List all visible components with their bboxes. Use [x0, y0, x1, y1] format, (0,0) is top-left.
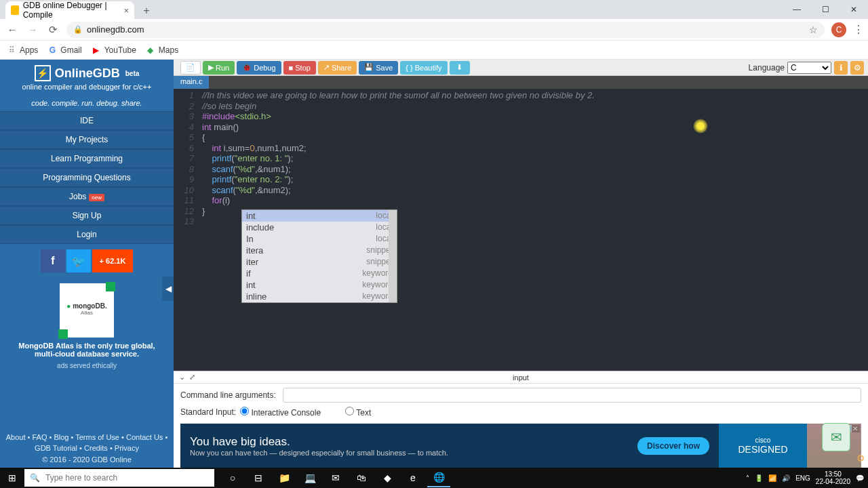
- stdin-interactive-radio[interactable]: Interactive Console: [240, 407, 321, 418]
- profile-avatar[interactable]: C: [831, 22, 846, 37]
- autocomplete-item[interactable]: ifkeyword: [242, 268, 397, 279]
- chrome-icon[interactable]: 🌐: [427, 468, 450, 487]
- language-indicator[interactable]: ENG: [795, 474, 810, 482]
- lock-icon: 🔒: [73, 25, 83, 34]
- ad-close-icon[interactable]: ✕: [850, 425, 860, 432]
- autocomplete-item[interactable]: iterasnippet: [242, 245, 397, 256]
- ad-cta-button[interactable]: Discover how: [637, 437, 709, 455]
- sidebar-item-jobs[interactable]: Jobsnew: [0, 187, 174, 206]
- store-icon[interactable]: 🛍: [350, 468, 373, 487]
- browser-tab-strip: GDB online Debugger | Compile × + — ☐ ✕: [0, 0, 868, 19]
- ad-brand: cisco DESIGNED: [719, 424, 807, 468]
- tray-chevron-icon[interactable]: ˄: [746, 474, 749, 482]
- footer-ad[interactable]: You have big ideas. Now you can have tec…: [180, 424, 861, 468]
- close-window-button[interactable]: ✕: [840, 0, 868, 19]
- save-button[interactable]: 💾 Save: [359, 61, 398, 75]
- autocomplete-item[interactable]: intlocal: [242, 210, 397, 222]
- kebab-menu-icon[interactable]: ⋮: [853, 23, 863, 36]
- sidebar-item-signup[interactable]: Sign Up: [0, 206, 174, 225]
- browser-tab[interactable]: GDB online Debugger | Compile ×: [5, 1, 134, 19]
- explorer-icon[interactable]: 📁: [273, 468, 296, 487]
- volume-icon[interactable]: 🔊: [782, 474, 790, 482]
- sidebar-item-ide[interactable]: IDE: [0, 111, 174, 130]
- back-button[interactable]: ←: [5, 24, 19, 35]
- autocomplete-item[interactable]: includelocal: [242, 222, 397, 233]
- sidebar-item-login[interactable]: Login: [0, 225, 174, 244]
- language-select[interactable]: C: [787, 62, 831, 74]
- sidebar-item-projects[interactable]: My Projects: [0, 130, 174, 149]
- autocomplete-item[interactable]: itersnippet: [242, 256, 397, 268]
- bookmark-youtube[interactable]: ▶YouTube: [92, 45, 136, 55]
- sidebar-item-learn[interactable]: Learn Programming: [0, 149, 174, 168]
- beautify-button[interactable]: { } Beautify: [400, 61, 447, 75]
- favicon-icon: [11, 5, 19, 15]
- language-label: Language: [749, 63, 785, 73]
- notifications-icon[interactable]: 💬: [856, 474, 864, 482]
- toolbar: 📄 ▶ Run 🐞 Debug ■ Stop ↗ Share 💾 Save { …: [174, 60, 868, 76]
- taskbar-search[interactable]: 🔍 Type here to search: [24, 469, 214, 487]
- run-button[interactable]: ▶ Run: [203, 61, 235, 75]
- new-tab-button[interactable]: +: [138, 3, 155, 19]
- edge-icon[interactable]: e: [401, 468, 425, 487]
- expand-icon[interactable]: ⤢: [189, 373, 195, 382]
- autocomplete-item[interactable]: intkeyword: [242, 279, 397, 291]
- start-button[interactable]: ⊞: [0, 472, 24, 483]
- autocomplete-popup[interactable]: intlocal includelocal Inlocal iterasnipp…: [241, 209, 397, 303]
- maximize-button[interactable]: ☐: [811, 0, 840, 19]
- reload-button[interactable]: ⟳: [46, 24, 60, 36]
- apps-button[interactable]: ⠿Apps: [7, 45, 38, 55]
- mail-icon[interactable]: ✉: [324, 468, 347, 487]
- facebook-button[interactable]: f: [41, 249, 65, 272]
- file-tabs: main.c: [174, 76, 868, 89]
- task-view-icon[interactable]: ⊟: [247, 468, 270, 487]
- ad-tagline: MongoDB Atlas is the only true global, m…: [0, 342, 174, 358]
- cortana-icon[interactable]: ○: [221, 468, 244, 487]
- stdin-text-radio[interactable]: Text: [345, 407, 371, 418]
- sidebar-ad[interactable]: ● mongoDB. Atlas: [60, 283, 114, 338]
- new-badge: new: [89, 194, 104, 201]
- logo: ⚡OnlineGDBbeta: [0, 60, 174, 83]
- copyright: © 2016 - 2020 GDB Online: [4, 454, 170, 466]
- bookmark-maps[interactable]: ◆Maps: [146, 45, 178, 55]
- share-count-button[interactable]: + 62.1K: [92, 249, 133, 272]
- code-editor[interactable]: 12345678910111213 //In this video we are…: [174, 89, 868, 371]
- new-file-button[interactable]: 📄: [180, 61, 201, 75]
- clock[interactable]: 13:5022-04-2020: [816, 470, 850, 485]
- debug-button[interactable]: 🐞 Debug: [237, 61, 281, 75]
- bookmarks-bar: ⠿Apps GGmail ▶YouTube ◆Maps: [0, 41, 868, 60]
- close-icon[interactable]: ×: [123, 5, 129, 16]
- autocomplete-item[interactable]: inlinekeyword: [242, 291, 397, 302]
- file-tab-main[interactable]: main.c: [174, 76, 209, 89]
- app-icon[interactable]: 💻: [298, 468, 321, 487]
- app-icon[interactable]: ◆: [376, 468, 399, 487]
- forward-button[interactable]: →: [26, 24, 39, 35]
- sidebar: ⚡OnlineGDBbeta online compiler and debug…: [0, 60, 174, 468]
- minimize-button[interactable]: —: [783, 0, 811, 19]
- line-gutter: 12345678910111213: [174, 89, 199, 371]
- gear-icon[interactable]: ⚙: [856, 453, 865, 464]
- info-button[interactable]: ℹ: [834, 61, 848, 75]
- autocomplete-scrollbar[interactable]: [389, 210, 397, 302]
- collapse-sidebar-button[interactable]: ◀: [162, 277, 174, 301]
- bolt-icon: ⚡: [35, 65, 51, 81]
- battery-icon[interactable]: 🔋: [755, 474, 763, 482]
- stop-button[interactable]: ■ Stop: [283, 61, 316, 75]
- bookmark-gmail[interactable]: GGmail: [47, 45, 81, 55]
- autocomplete-item[interactable]: Inlocal: [242, 233, 397, 245]
- twitter-button[interactable]: 🐦: [66, 249, 91, 272]
- bottom-panel: ⌄ ⤢ input Command line arguments: Standa…: [174, 371, 868, 468]
- sidebar-item-questions[interactable]: Programming Questions: [0, 168, 174, 187]
- wifi-icon[interactable]: 📶: [768, 474, 776, 482]
- ad-headline: You have big ideas.: [190, 435, 637, 449]
- download-button[interactable]: ⬇: [450, 61, 470, 75]
- star-icon[interactable]: ☆: [809, 24, 818, 35]
- system-tray: ˄ 🔋 📶 🔊 ENG 13:5022-04-2020 💬: [746, 470, 868, 485]
- ad-ethics-label: ads served ethically: [0, 362, 174, 369]
- panel-title: input: [513, 373, 529, 382]
- chevron-down-icon[interactable]: ⌄: [179, 373, 185, 382]
- feedback-button[interactable]: ✉: [822, 423, 850, 451]
- share-button[interactable]: ↗ Share: [318, 61, 357, 75]
- settings-button[interactable]: ⚙: [850, 61, 864, 75]
- url-input[interactable]: 🔒 onlinegdb.com ☆: [66, 22, 825, 38]
- cli-args-input[interactable]: [283, 388, 861, 403]
